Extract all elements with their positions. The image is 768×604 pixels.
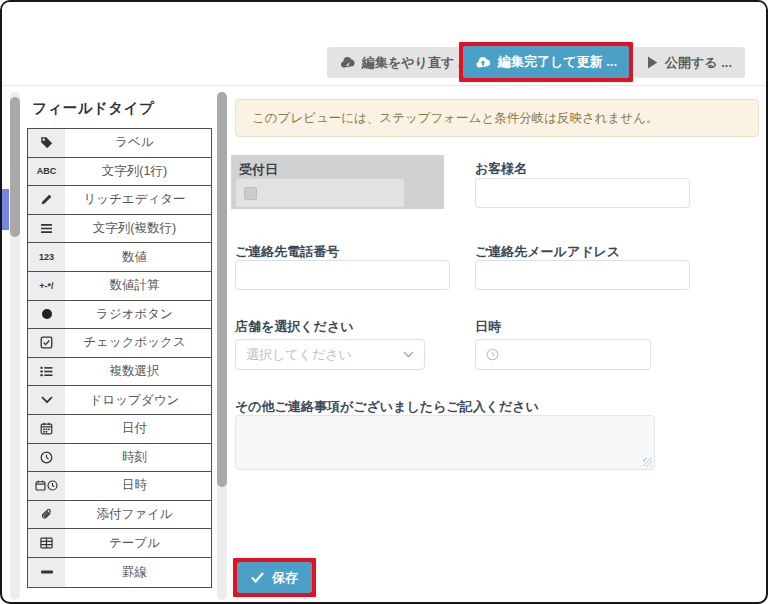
field-item-table[interactable]: テーブル (28, 529, 211, 558)
phone-input[interactable] (235, 260, 450, 290)
preview-notice-text: このプレビューには、ステップフォームと条件分岐は反映されません。 (252, 110, 658, 127)
cloud-redo-icon (340, 56, 355, 69)
datetime-input[interactable] (475, 339, 651, 370)
form-editor-window: 編集をやり直す ... 編集完了して更新 ... 公開する ... フィールドタ… (0, 0, 768, 604)
finish-edit-update-label: 編集完了して更新 ... (498, 53, 617, 71)
field-item-calculation[interactable]: +-*/ 数値計算 (28, 272, 211, 301)
play-icon (647, 56, 658, 69)
field-type-title: フィールドタイプ (32, 99, 154, 118)
customer-name-input[interactable] (475, 178, 690, 208)
field-item-datetime[interactable]: 日時 (28, 472, 211, 501)
field-item-hr[interactable]: 罫線 (28, 558, 211, 587)
resize-grip[interactable] (643, 458, 652, 467)
save-label: 保存 (272, 569, 298, 587)
reception-date-field: 受付日 (231, 155, 444, 209)
field-type-list: ラベル ABC 文字列(1行) リッチエディター 文字列(複数行) 123 数値… (27, 128, 212, 588)
field-item-text-single[interactable]: ABC 文字列(1行) (28, 158, 211, 187)
field-item-label[interactable]: ラベル (28, 129, 211, 158)
store-select-label: 店舗を選択ください (235, 318, 354, 336)
store-select[interactable]: 選択してください (235, 339, 425, 370)
field-item-number[interactable]: 123 数値 (28, 243, 211, 272)
email-input[interactable] (475, 260, 690, 290)
finish-edit-update-button[interactable]: 編集完了して更新 ... (463, 46, 629, 78)
field-item-checkbox[interactable]: チェックボックス (28, 329, 211, 358)
update-highlight-box: 編集完了して更新 ... (459, 42, 633, 82)
datetime-label: 日時 (475, 318, 501, 336)
field-item-multiselect[interactable]: 複数選択 (28, 358, 211, 387)
check-icon (251, 572, 264, 583)
notes-textarea[interactable] (235, 415, 655, 470)
field-item-text-multi[interactable]: 文字列(複数行) (28, 215, 211, 244)
select-chevron-down-icon (403, 351, 414, 358)
clock-input-icon (486, 348, 499, 361)
save-highlight-box: 保存 (233, 558, 316, 597)
edge-drag-handle[interactable] (2, 189, 9, 230)
field-item-dropdown[interactable]: ドロップダウン (28, 386, 211, 415)
field-item-label-text: ラベル (58, 129, 211, 157)
field-item-time[interactable]: 時刻 (28, 444, 211, 473)
reception-date-input (236, 179, 404, 207)
reception-date-label: 受付日 (239, 161, 278, 179)
field-item-attachment[interactable]: 添付ファイル (28, 501, 211, 530)
cloud-upload-icon (475, 56, 491, 69)
store-select-placeholder: 選択してください (246, 346, 352, 364)
redo-edit-label: 編集をやり直す ... (362, 54, 469, 72)
field-item-rich-editor[interactable]: リッチエディター (28, 186, 211, 215)
email-label: ご連絡先メールアドレス (475, 243, 620, 261)
left-scrollbar-thumb[interactable] (10, 97, 20, 237)
calendar-disabled-icon (244, 187, 257, 200)
field-item-radio[interactable]: ラジオボタン (28, 301, 211, 330)
sidebar-scrollbar-thumb[interactable] (217, 92, 227, 487)
publish-button[interactable]: 公開する ... (634, 47, 745, 78)
save-button[interactable]: 保存 (237, 562, 312, 593)
publish-label: 公開する ... (665, 54, 732, 72)
toolbar: 編集をやり直す ... 編集完了して更新 ... 公開する ... (2, 2, 766, 86)
notes-label: その他ご連絡事項がございましたらご記入ください (235, 398, 539, 416)
phone-label: ご連絡先電話番号 (235, 243, 339, 261)
customer-name-label: お客様名 (475, 160, 527, 178)
preview-notice-banner: このプレビューには、ステップフォームと条件分岐は反映されません。 (235, 99, 759, 137)
field-item-date[interactable]: 日付 (28, 415, 211, 444)
